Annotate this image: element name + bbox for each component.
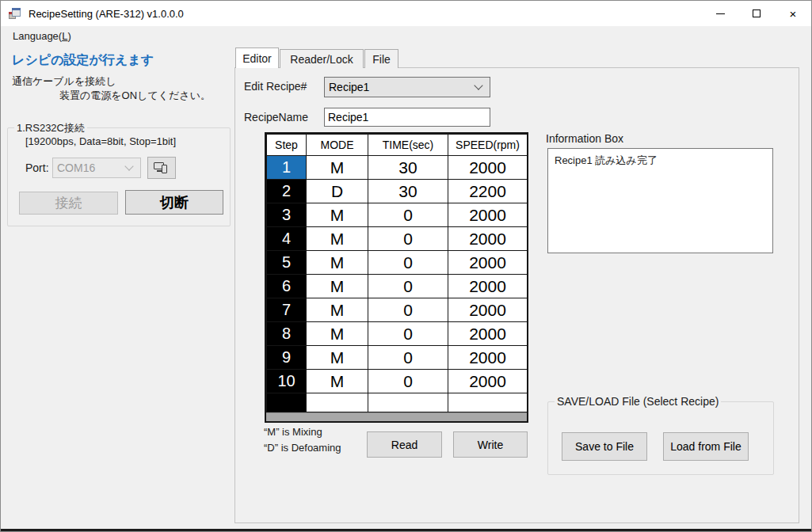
connect-button[interactable]: 接続 xyxy=(19,192,118,215)
read-button[interactable]: Read xyxy=(367,431,442,458)
write-button[interactable]: Write xyxy=(453,431,528,458)
information-box: Recipe1 読み込み完了 xyxy=(547,148,773,253)
grid-row: 1M302000 xyxy=(267,156,528,180)
grid-cell-time[interactable]: 30 xyxy=(368,180,448,203)
minimize-button[interactable] xyxy=(702,1,738,26)
grid-cell-time[interactable]: 0 xyxy=(368,370,448,393)
app-window: RecipeSetting (ARE-312) v1.0.0.0 × Langu… xyxy=(0,0,812,532)
chevron-down-icon xyxy=(474,81,482,89)
grid-row: 9M02000 xyxy=(267,346,528,370)
maximize-button[interactable] xyxy=(738,1,775,26)
menu-language-text: Language( xyxy=(13,30,62,42)
menu-language-text-close: ) xyxy=(67,30,71,42)
port-label: Port: xyxy=(25,162,49,174)
grid-cell-empty[interactable] xyxy=(368,393,448,412)
grid-cell-speed[interactable]: 2000 xyxy=(448,346,528,370)
refresh-ports-button[interactable] xyxy=(147,157,176,179)
grid-row: 10M02000 xyxy=(267,370,528,393)
grid-cell-speed[interactable]: 2000 xyxy=(448,275,528,298)
disconnect-button[interactable]: 切断 xyxy=(125,190,223,215)
grid-cell-time[interactable]: 0 xyxy=(368,298,448,322)
grid-cell-step[interactable]: 8 xyxy=(267,322,307,346)
minimize-icon xyxy=(716,13,725,14)
close-button[interactable]: × xyxy=(775,1,811,26)
grid-cell-speed[interactable]: 2000 xyxy=(448,322,528,346)
grid-cell-time[interactable]: 0 xyxy=(368,275,448,298)
grid-cell-step[interactable]: 6 xyxy=(267,275,307,298)
grid-cell-mode[interactable]: M xyxy=(307,298,368,322)
grid-cell-speed[interactable]: 2000 xyxy=(448,203,528,227)
grid-cell-mode[interactable]: M xyxy=(307,275,368,298)
grid-cell-step[interactable]: 4 xyxy=(267,227,307,251)
grid-cell-mode[interactable]: M xyxy=(307,370,368,393)
grid-cell-speed[interactable]: 2000 xyxy=(448,156,528,180)
grid-cell-mode[interactable]: M xyxy=(307,346,368,370)
tab-file[interactable]: File xyxy=(364,49,398,68)
recipe-name-input[interactable] xyxy=(324,108,490,127)
menu-bar: Language(L) xyxy=(1,26,811,45)
grid-cell-mode[interactable]: M xyxy=(307,322,368,346)
grid-row: 3M02000 xyxy=(267,203,528,227)
grid-cell-step[interactable]: 10 xyxy=(267,370,307,393)
edit-recipe-combobox-value: Recipe1 xyxy=(325,81,475,93)
menu-language[interactable]: Language(L) xyxy=(7,26,77,45)
grid-cell-step[interactable]: 1 xyxy=(267,156,307,180)
grid-header-time: TIME(sec) xyxy=(368,135,448,156)
close-icon: × xyxy=(790,8,797,20)
port-combobox-value: COM16 xyxy=(53,162,126,174)
grid-cell-step[interactable]: 2 xyxy=(267,180,307,203)
grid-horizontal-scrollbar[interactable] xyxy=(266,412,527,421)
grid-cell-empty[interactable] xyxy=(267,393,307,412)
grid-cell-empty[interactable] xyxy=(448,393,528,412)
grid-cell-speed[interactable]: 2000 xyxy=(448,227,528,251)
grid-cell-time[interactable]: 0 xyxy=(368,346,448,370)
rs232c-groupbox: 1.RS232C接続 [19200bps, Data=8bit, Stop=1b… xyxy=(7,127,231,226)
grid-cell-empty[interactable] xyxy=(307,393,368,412)
grid-cell-step[interactable]: 3 xyxy=(267,203,307,227)
grid-cell-mode[interactable]: M xyxy=(307,203,368,227)
mode-note-defoaming: “D” is Defoaming xyxy=(264,442,341,454)
grid-cell-speed[interactable]: 2000 xyxy=(448,298,528,322)
tab-reader-lock[interactable]: Reader/Lock xyxy=(280,49,364,68)
grid-header-speed: SPEED(rpm) xyxy=(448,135,528,156)
recipe-grid-body: 1M3020002D3022003M020004M020005M020006M0… xyxy=(267,156,528,412)
edit-recipe-combobox[interactable]: Recipe1 xyxy=(324,77,490,97)
grid-cell-time[interactable]: 0 xyxy=(368,203,448,227)
grid-cell-mode[interactable]: M xyxy=(307,251,368,275)
instruction-line-1: 通信ケーブルを接続し xyxy=(12,74,116,89)
grid-header-step: Step xyxy=(267,135,307,156)
grid-cell-time[interactable]: 0 xyxy=(368,322,448,346)
grid-row: 7M02000 xyxy=(267,298,528,322)
maximize-icon xyxy=(753,10,761,17)
grid-cell-step[interactable]: 9 xyxy=(267,346,307,370)
grid-cell-mode[interactable]: M xyxy=(307,156,368,180)
tab-editor[interactable]: Editor xyxy=(235,48,279,68)
window-controls: × xyxy=(702,1,811,26)
grid-header-row: Step MODE TIME(sec) SPEED(rpm) xyxy=(267,135,528,156)
rs232c-group-title: 1.RS232C接続 xyxy=(14,121,87,135)
grid-cell-time[interactable]: 0 xyxy=(368,227,448,251)
recipe-setting-heading: レシピの設定が行えます xyxy=(12,52,154,69)
save-to-file-button[interactable]: Save to File xyxy=(562,432,647,461)
grid-cell-step[interactable]: 7 xyxy=(267,298,307,322)
grid-cell-speed[interactable]: 2000 xyxy=(448,251,528,275)
menu-language-accel: L xyxy=(62,30,67,42)
grid-cell-mode[interactable]: M xyxy=(307,227,368,251)
grid-cell-step[interactable]: 5 xyxy=(267,251,307,275)
grid-cell-speed[interactable]: 2000 xyxy=(448,370,528,393)
grid-cell-mode[interactable]: D xyxy=(307,180,368,203)
grid-cell-time[interactable]: 30 xyxy=(368,156,448,180)
serial-settings-text: [19200bps, Data=8bit, Stop=1bit] xyxy=(25,135,176,147)
devices-icon xyxy=(154,162,170,174)
mode-note-mixing: “M” is Mixing xyxy=(264,426,322,438)
chevron-down-icon xyxy=(124,162,133,170)
screen-bottom-edge xyxy=(1,529,811,531)
port-combobox[interactable]: COM16 xyxy=(52,158,141,178)
grid-header-mode: MODE xyxy=(307,135,368,156)
saveload-groupbox: SAVE/LOAD File (Select Recipe) Save to F… xyxy=(547,401,774,475)
load-from-file-button[interactable]: Load from File xyxy=(663,432,749,461)
grid-new-row xyxy=(267,393,528,412)
grid-row: 6M02000 xyxy=(267,275,528,298)
grid-cell-time[interactable]: 0 xyxy=(368,251,448,275)
grid-cell-speed[interactable]: 2200 xyxy=(448,180,528,203)
